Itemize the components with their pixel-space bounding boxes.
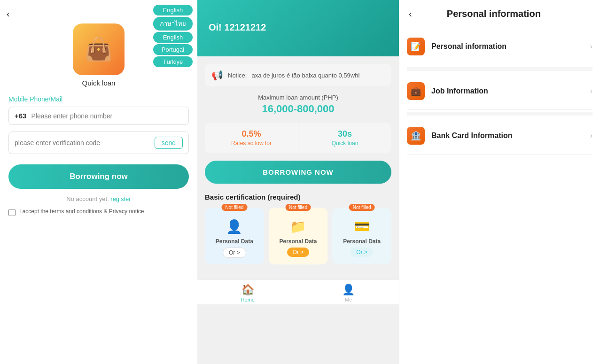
edit-icon: 📝 xyxy=(411,41,421,52)
cert-title: Basic certification (required) xyxy=(205,193,391,201)
middle-panel: Oi! 12121212 📢 Notice: axa de juros é tã… xyxy=(197,0,399,364)
cert-card-or-2[interactable]: Or > xyxy=(287,248,310,257)
cert-card-label-3: Personal Data xyxy=(337,238,387,245)
job-info-label: Job Information xyxy=(431,87,590,95)
right-menu-items: 📝 Personal information › 💼 Job Informati… xyxy=(399,28,600,155)
bank-icon: 🏦 xyxy=(411,131,421,141)
loan-amount-label: Maximum loan amount (PHP) xyxy=(205,94,391,101)
megaphone-icon: 📢 xyxy=(211,70,223,81)
me-icon: 👤 xyxy=(342,284,355,296)
back-button[interactable]: ‹ xyxy=(7,8,10,19)
borrow-now-button-left[interactable]: Borrowing now xyxy=(8,164,189,189)
stat-rate-value: 0.5% xyxy=(209,129,294,139)
wallet-icon: 👜 xyxy=(85,36,113,62)
nav-me[interactable]: 👤 Me xyxy=(298,284,399,302)
lang-english-2[interactable]: English xyxy=(153,32,193,43)
bank-card-icon: 🏦 xyxy=(407,127,425,145)
stat-time: 30s Quick loan xyxy=(298,123,391,153)
terms-checkbox[interactable] xyxy=(8,209,16,216)
notice-prefix: Notice: xyxy=(228,72,247,79)
hero-banner: Oi! 12121212 xyxy=(197,0,399,56)
phone-prefix: +63 xyxy=(15,112,26,120)
lang-portugal[interactable]: Portugal xyxy=(153,44,193,55)
chevron-icon-3: › xyxy=(590,132,592,140)
bottom-nav: 🏠 Home 👤 Me xyxy=(197,279,399,304)
notice-text: axa de juros é tão baixa quanto 0,59whi xyxy=(251,72,359,79)
app-logo: 👜 xyxy=(73,23,125,75)
lang-thai[interactable]: ภาษาไทย xyxy=(153,17,193,31)
chevron-icon-2: › xyxy=(590,87,592,95)
card-icon: 💳 xyxy=(337,219,387,234)
borrow-now-button-middle[interactable]: BORROWING NOW xyxy=(205,161,391,184)
terms-row: I accept the terms and conditions & Priv… xyxy=(8,208,189,216)
notice-bar: 📢 Notice: axa de juros é tão baixa quant… xyxy=(205,64,391,86)
stat-rate-label: Rates so low for xyxy=(209,140,294,147)
personal-info-label: Personal information xyxy=(431,42,590,51)
person-icon: 👤 xyxy=(210,219,259,234)
register-link[interactable]: register xyxy=(110,195,131,202)
menu-item-personal-info[interactable]: 📝 Personal information › xyxy=(407,28,592,65)
lang-turkiye[interactable]: Türkiye xyxy=(153,56,193,67)
folder-icon: 📁 xyxy=(273,219,323,234)
job-info-icon: 💼 xyxy=(407,82,425,100)
not-filled-badge-3: Not filled xyxy=(349,204,375,211)
stat-time-label: Quick loan xyxy=(302,140,388,147)
no-account-text: No account yet. xyxy=(66,195,109,202)
form-label: Mobile Phone/Mail xyxy=(8,95,189,103)
cert-card-label-2: Personal Data xyxy=(273,238,323,245)
loan-amount-value: 16,000-800,000 xyxy=(205,103,391,115)
app-name: Quick loan xyxy=(82,79,116,87)
menu-item-job-info[interactable]: 💼 Job Information › xyxy=(407,73,592,110)
language-buttons: English ภาษาไทย English Portugal Türkiye xyxy=(153,5,193,67)
stats-row: 0.5% Rates so low for 30s Quick loan xyxy=(205,123,391,153)
phone-input[interactable] xyxy=(31,112,183,120)
cert-card-or-3[interactable]: Or > xyxy=(351,248,373,257)
nav-home[interactable]: 🏠 Home xyxy=(197,284,298,302)
verification-input[interactable] xyxy=(15,139,155,147)
cert-cards: Not filled 👤 Personal Data Or > Not fill… xyxy=(205,208,391,264)
cert-card-folder: Not filled 📁 Personal Data Or > xyxy=(269,208,328,264)
stat-time-value: 30s xyxy=(302,129,388,139)
menu-item-bank-card[interactable]: 🏦 Bank Card Information › xyxy=(407,117,592,155)
phone-input-row: +63 xyxy=(8,107,189,125)
stat-rate: 0.5% Rates so low for xyxy=(205,123,298,153)
chevron-icon-1: › xyxy=(590,42,592,51)
cert-card-label-1: Personal Data xyxy=(210,238,259,245)
no-account-row: No account yet. register xyxy=(8,195,189,202)
divider-1 xyxy=(407,67,592,71)
briefcase-icon: 💼 xyxy=(411,86,421,96)
personal-info-icon: 📝 xyxy=(407,38,425,55)
right-panel: ‹ Personal information 📝 Personal inform… xyxy=(399,0,600,364)
home-icon: 🏠 xyxy=(242,284,254,296)
right-header: ‹ Personal information xyxy=(399,0,600,28)
right-title: Personal information xyxy=(418,8,570,19)
not-filled-badge-2: Not filled xyxy=(285,204,311,211)
terms-text: I accept the terms and conditions & Priv… xyxy=(19,208,144,215)
nav-me-label: Me xyxy=(345,297,352,302)
not-filled-badge-1: Not filled xyxy=(221,204,247,211)
divider-2 xyxy=(407,112,592,116)
nav-home-label: Home xyxy=(241,297,255,302)
hero-greeting: Oi! 12121212 xyxy=(209,22,266,33)
verification-row: send xyxy=(8,132,189,154)
lang-english-1[interactable]: English xyxy=(153,5,193,15)
send-button[interactable]: send xyxy=(155,137,183,149)
bank-card-label: Bank Card Information xyxy=(431,132,590,140)
left-panel: ‹ English ภาษาไทย English Portugal Türki… xyxy=(0,0,197,364)
right-back-button[interactable]: ‹ xyxy=(409,8,412,19)
middle-content: 📢 Notice: axa de juros é tão baixa quant… xyxy=(197,56,399,279)
loan-amount-section: Maximum loan amount (PHP) 16,000-800,000 xyxy=(205,94,391,115)
cert-card-bank: Not filled 💳 Personal Data Or > xyxy=(332,208,391,264)
cert-card-personal: Not filled 👤 Personal Data Or > xyxy=(205,208,264,264)
cert-card-or-1[interactable]: Or > xyxy=(223,248,246,258)
